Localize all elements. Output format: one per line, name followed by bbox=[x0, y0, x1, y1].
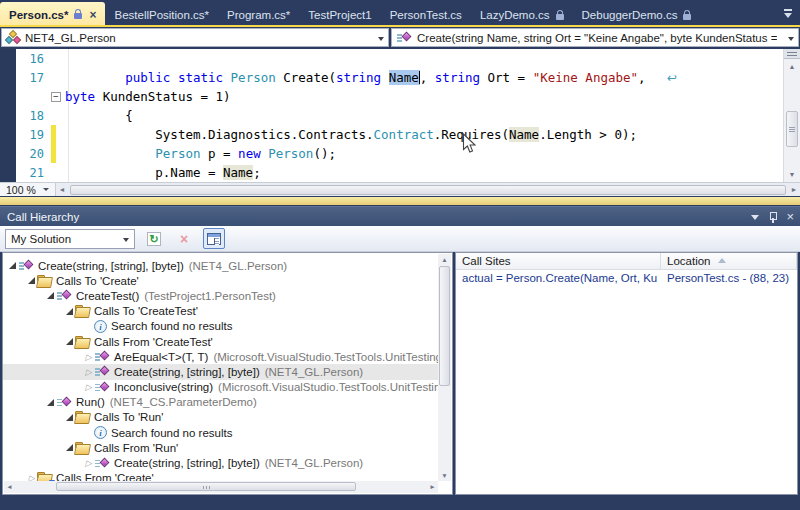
tab-testproject1[interactable]: TestProject1 bbox=[299, 3, 380, 27]
tab-label: PersonTest.cs bbox=[390, 9, 462, 21]
scroll-thumb[interactable] bbox=[786, 111, 798, 147]
tree-row[interactable]: ▷Calls From 'Create' bbox=[3, 471, 438, 481]
scroll-up-button[interactable]: ▲ bbox=[784, 60, 800, 74]
code-line[interactable]: 17 public static Person Create(string Na… bbox=[0, 68, 783, 87]
chevron-down-icon[interactable] bbox=[43, 188, 49, 191]
tree-detail: (Microsoft.VisualStudio.TestTools.UnitTe… bbox=[218, 381, 438, 393]
info-icon bbox=[94, 320, 107, 333]
code-segment: new bbox=[238, 146, 261, 161]
expander-icon[interactable]: ▷ bbox=[83, 368, 94, 376]
expander-icon[interactable] bbox=[64, 444, 75, 451]
tree-row[interactable]: Create(string, [string], [byte])(NET4_GL… bbox=[3, 258, 438, 273]
close-icon[interactable]: × bbox=[89, 10, 96, 20]
tab-debuggerdemo-cs[interactable]: DebuggerDemo.cs bbox=[573, 3, 701, 27]
expander-icon[interactable]: ▷ bbox=[83, 459, 94, 467]
tree-vscrollbar[interactable]: ▲ ▼ bbox=[438, 254, 451, 481]
code-line[interactable]: byte KundenStatus = 1) bbox=[0, 87, 783, 106]
expander-icon[interactable]: ▷ bbox=[83, 353, 94, 361]
code-editor[interactable]: 1617 public static Person Create(string … bbox=[0, 49, 800, 196]
scroll-up-button[interactable]: ▲ bbox=[438, 254, 451, 265]
code-line[interactable]: 21 p.Name = Name; bbox=[0, 163, 783, 182]
scroll-left-button[interactable]: ◄ bbox=[56, 183, 68, 197]
code-line[interactable]: 20 Person p = new Person(); bbox=[0, 144, 783, 163]
tree-row[interactable]: ▷Create(string, [string], [byte])(NET4_G… bbox=[3, 455, 438, 470]
tree-row[interactable]: ▷Create(string, [string], [byte])(NET4_G… bbox=[3, 364, 438, 379]
tab-persontest-cs[interactable]: PersonTest.cs bbox=[381, 3, 471, 27]
chevron-down-icon[interactable] bbox=[123, 238, 129, 242]
expander-icon[interactable]: ▷ bbox=[26, 474, 37, 481]
close-icon[interactable]: × bbox=[786, 211, 794, 223]
tree-row[interactable]: Calls From 'Run' bbox=[3, 440, 438, 455]
tree-row[interactable]: ▷Inconclusive(string)(Microsoft.VisualSt… bbox=[3, 380, 438, 395]
column-header-location[interactable]: Location bbox=[661, 253, 797, 269]
toggle-detail-pane-button[interactable] bbox=[203, 228, 225, 249]
expander-icon[interactable] bbox=[7, 262, 18, 269]
tree-row[interactable]: Calls To 'CreateTest' bbox=[3, 304, 438, 319]
tree-row[interactable]: Search found no results bbox=[3, 425, 438, 440]
collapsed-triangle-icon: ▷ bbox=[28, 474, 35, 481]
tree-label: CreateTest() bbox=[76, 290, 139, 302]
expander-icon[interactable] bbox=[64, 338, 75, 345]
scroll-right-button[interactable]: ► bbox=[788, 183, 800, 197]
tree-hscrollbar[interactable]: ◄ ► bbox=[4, 481, 438, 493]
code-line[interactable]: 16 bbox=[0, 49, 783, 68]
tree-row[interactable]: ▷AreEqual<T>(T, T)(Microsoft.VisualStudi… bbox=[3, 349, 438, 364]
column-header-call-sites[interactable]: Call Sites bbox=[456, 253, 661, 269]
scroll-right-button[interactable]: ► bbox=[427, 481, 438, 493]
outlining-margin bbox=[50, 87, 65, 106]
tab-bestellposition-cs[interactable]: BestellPosition.cs* bbox=[105, 3, 218, 27]
window-menu-icon[interactable] bbox=[751, 215, 759, 220]
scope-dropdown-value: My Solution bbox=[11, 233, 71, 245]
tree-row[interactable]: Calls To 'Run' bbox=[3, 410, 438, 425]
code-line[interactable]: 19 System.Diagnostics.Contracts.Contract… bbox=[0, 125, 783, 144]
tab-person-cs[interactable]: Person.cs*× bbox=[0, 2, 105, 27]
chevron-down-icon[interactable] bbox=[378, 37, 384, 41]
call-tree-pane[interactable]: Create(string, [string], [byte])(NET4_GL… bbox=[2, 252, 453, 495]
collapse-box-icon[interactable] bbox=[51, 92, 61, 102]
tree-row[interactable]: Run()(NET4_CS.ParameterDemo) bbox=[3, 395, 438, 410]
tree-row[interactable]: Calls To 'Create' bbox=[3, 273, 438, 288]
callsite-row[interactable]: actual = Person.Create(Name, Ort, KuPers… bbox=[456, 270, 797, 286]
chevron-down-icon[interactable] bbox=[788, 37, 794, 41]
tab-lazydemo-cs[interactable]: LazyDemo.cs bbox=[471, 3, 573, 27]
refresh-button[interactable]: ↻ bbox=[143, 228, 165, 249]
panel-titlebar[interactable]: Call Hierarchy × bbox=[0, 206, 800, 226]
line-number: 21 bbox=[0, 166, 50, 180]
type-dropdown[interactable]: NET4_GL.Person bbox=[1, 28, 389, 47]
code-line[interactable]: 18 { bbox=[0, 106, 783, 125]
member-dropdown[interactable]: Create(string Name, string Ort = "Keine … bbox=[391, 28, 799, 47]
code-area[interactable]: 1617 public static Person Create(string … bbox=[0, 49, 783, 182]
editor-vscrollbar[interactable]: ▲ ▼ bbox=[783, 49, 800, 182]
code-segment: System.Diagnostics.Contracts. bbox=[65, 127, 374, 142]
expander-icon[interactable] bbox=[45, 399, 56, 406]
pin-icon[interactable] bbox=[768, 211, 777, 223]
expander-icon[interactable] bbox=[26, 277, 37, 284]
scroll-left-button[interactable]: ◄ bbox=[4, 481, 15, 493]
expander-icon[interactable]: ▷ bbox=[83, 383, 94, 391]
tree-row[interactable]: Search found no results bbox=[3, 319, 438, 334]
tab-overflow-button[interactable] bbox=[783, 8, 794, 19]
editor-navigation-bar: NET4_GL.Person Create(string Name, strin… bbox=[0, 27, 800, 49]
outlining-margin bbox=[50, 68, 65, 87]
expander-icon[interactable] bbox=[45, 292, 56, 299]
tree-row[interactable]: Calls From 'CreateTest' bbox=[3, 334, 438, 349]
tab-label: Person.cs* bbox=[9, 9, 68, 21]
occurrence-highlight: Name bbox=[509, 127, 539, 142]
member-dropdown-value: Create(string Name, string Ort = "Keine … bbox=[417, 32, 777, 44]
expander-icon[interactable] bbox=[64, 308, 75, 315]
scroll-down-button[interactable]: ▼ bbox=[438, 470, 451, 481]
tab-program-cs[interactable]: Program.cs* bbox=[218, 3, 299, 27]
tree-row[interactable]: CreateTest()(TestProject1.PersonTest) bbox=[3, 288, 438, 303]
scroll-thumb[interactable] bbox=[439, 266, 450, 386]
scroll-down-button[interactable]: ▼ bbox=[784, 168, 800, 182]
scroll-thumb[interactable] bbox=[70, 185, 786, 195]
splitter-handle[interactable] bbox=[784, 49, 800, 59]
scroll-thumb[interactable] bbox=[56, 482, 356, 491]
editor-hscrollbar[interactable]: ◄ ► bbox=[56, 183, 800, 197]
scope-dropdown[interactable]: My Solution bbox=[5, 229, 135, 249]
expander-icon[interactable] bbox=[64, 414, 75, 421]
splitter-strip[interactable] bbox=[0, 196, 800, 206]
remove-root-button[interactable]: × bbox=[173, 228, 195, 249]
call-hierarchy-panel: Call Hierarchy × My Solution ↻ × Create(… bbox=[0, 206, 800, 497]
zoom-control[interactable]: 100 % bbox=[0, 183, 56, 197]
